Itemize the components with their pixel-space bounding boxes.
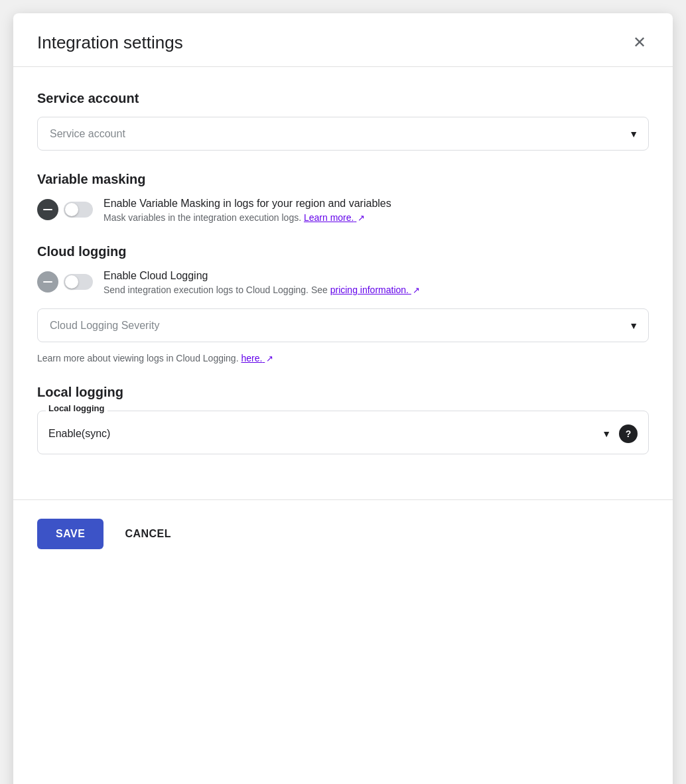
local-logging-section: Local logging Local logging Enable(sync)… xyxy=(37,385,649,454)
service-account-section: Service account Service account ▼ xyxy=(37,91,649,151)
variable-masking-learn-more-link[interactable]: Learn more. ↗ xyxy=(304,212,365,223)
severity-dropdown-wrapper: Cloud Logging Severity ▼ xyxy=(37,308,649,342)
severity-dropdown[interactable]: Cloud Logging Severity xyxy=(37,308,649,342)
close-icon: ✕ xyxy=(633,34,646,50)
local-logging-dropdown-arrow[interactable]: ▼ xyxy=(602,428,611,439)
cloud-logging-section: Cloud logging Enable Cloud Logging Send … xyxy=(37,244,649,363)
cloud-logging-footnote-prefix: Learn more about viewing logs in Cloud L… xyxy=(37,353,239,363)
variable-masking-toggle-group xyxy=(37,199,93,220)
cloud-logging-footnote: Learn more about viewing logs in Cloud L… xyxy=(37,353,649,363)
integration-settings-dialog: Integration settings ✕ Service account S… xyxy=(13,13,673,784)
variable-masking-row: Enable Variable Masking in logs for your… xyxy=(37,198,649,223)
local-logging-fieldset: Local logging Enable(sync) ▼ ? xyxy=(37,411,649,454)
dialog-footer: SAVE CANCEL xyxy=(13,499,673,568)
cloud-logging-desc: Send integration execution logs to Cloud… xyxy=(103,285,649,295)
cloud-logging-toggle[interactable] xyxy=(64,274,93,290)
variable-masking-label: Enable Variable Masking in logs for your… xyxy=(103,198,649,210)
variable-masking-external-icon: ↗ xyxy=(358,213,365,223)
service-account-dropdown[interactable]: Service account xyxy=(37,117,649,151)
cloud-logging-minus-icon xyxy=(37,271,58,293)
cloud-logging-title: Cloud logging xyxy=(37,244,649,259)
cloud-logging-here-link[interactable]: here. ↗ xyxy=(241,353,273,363)
local-logging-value: Enable(sync) xyxy=(48,428,110,440)
local-logging-content: Enable(sync) ▼ ? xyxy=(48,411,638,443)
local-logging-help-icon[interactable]: ? xyxy=(619,425,638,443)
variable-masking-section: Variable masking Enable Variable Masking… xyxy=(37,172,649,223)
cloud-logging-pricing-link[interactable]: pricing information. ↗ xyxy=(330,285,420,295)
cancel-button[interactable]: CANCEL xyxy=(114,519,182,549)
service-account-dropdown-wrapper: Service account ▼ xyxy=(37,117,649,151)
service-account-title: Service account xyxy=(37,91,649,106)
variable-masking-title: Variable masking xyxy=(37,172,649,187)
variable-masking-desc: Mask variables in the integration execut… xyxy=(103,212,649,223)
cloud-logging-toggle-group xyxy=(37,271,93,293)
cloud-logging-here-external-icon: ↗ xyxy=(266,354,273,363)
cloud-logging-text: Enable Cloud Logging Send integration ex… xyxy=(103,270,649,295)
dialog-header: Integration settings ✕ xyxy=(13,13,673,67)
dialog-body: Service account Service account ▼ Variab… xyxy=(13,67,673,499)
local-logging-legend: Local logging xyxy=(46,403,107,413)
variable-masking-minus-icon xyxy=(37,199,58,220)
severity-dropdown-container: Cloud Logging Severity ▼ Learn more abou… xyxy=(37,308,649,363)
local-logging-title: Local logging xyxy=(37,385,649,400)
variable-masking-toggle[interactable] xyxy=(64,202,93,218)
dialog-title: Integration settings xyxy=(37,33,183,53)
cloud-logging-label: Enable Cloud Logging xyxy=(103,270,649,282)
cloud-logging-external-icon: ↗ xyxy=(413,285,420,295)
local-logging-actions: ▼ ? xyxy=(602,425,638,443)
variable-masking-text: Enable Variable Masking in logs for your… xyxy=(103,198,649,223)
save-button[interactable]: SAVE xyxy=(37,519,103,549)
variable-masking-desc-prefix: Mask variables in the integration execut… xyxy=(103,212,301,223)
close-button[interactable]: ✕ xyxy=(630,32,649,53)
cloud-logging-row: Enable Cloud Logging Send integration ex… xyxy=(37,270,649,295)
cloud-logging-desc-prefix: Send integration execution logs to Cloud… xyxy=(103,285,328,295)
